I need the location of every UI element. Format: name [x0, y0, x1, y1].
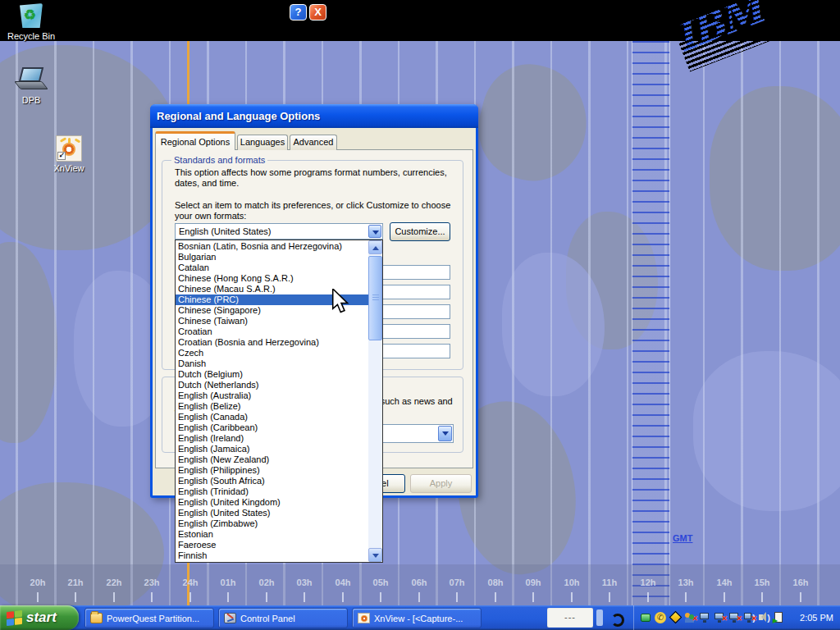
list-item[interactable]: Bosnian (Latin, Bosnia and Herzegovina)	[176, 241, 368, 252]
standards-desc-line1: This option affects how some programs fo…	[175, 167, 447, 177]
customize-button[interactable]: Customize...	[390, 222, 450, 241]
list-item[interactable]: Bulgarian	[176, 252, 368, 262]
standards-group-label: Standards and formats	[171, 155, 267, 165]
list-item[interactable]: English (Jamaica)	[176, 444, 368, 454]
list-item[interactable]: Estonian	[176, 529, 368, 540]
format-combobox[interactable]: English (United States)	[175, 223, 383, 240]
modem-phone-icon[interactable]: ✆	[654, 611, 667, 624]
time-label: 04h	[326, 578, 359, 587]
dropdown-scrollbar[interactable]	[368, 240, 382, 562]
time-label: 01h	[212, 578, 244, 587]
scrollbar-thumb[interactable]	[368, 256, 382, 340]
desktop-screen: GMT 20h 21h 22h 23h 24h 01h 02h 03h 04h …	[0, 0, 840, 630]
apply-button[interactable]: Apply	[410, 474, 472, 493]
taskbar-button-control-panel[interactable]: Control Panel	[218, 608, 348, 628]
close-button[interactable]: X	[309, 4, 326, 21]
time-label: 22h	[98, 578, 130, 587]
tab-regional-options[interactable]: Regional Options	[155, 131, 235, 150]
list-item[interactable]: English (South Africa)	[176, 476, 368, 486]
mouse-cursor	[331, 289, 349, 313]
desktop-icon-xnview[interactable]: XnView	[39, 135, 98, 173]
taskbar-button-powerquest[interactable]: PowerQuest Partition...	[84, 608, 214, 628]
pc-card-icon[interactable]	[639, 611, 652, 624]
list-item[interactable]: Croatian (Bosnia and Herzegovina)	[176, 337, 368, 348]
list-item[interactable]: Chinese (Hong Kong S.A.R.)	[176, 273, 368, 284]
control-panel-icon	[224, 613, 236, 623]
toolbar-grip[interactable]	[596, 609, 603, 626]
wireless-offline-icon[interactable]: ✕	[742, 611, 756, 624]
time-label: 15h	[746, 578, 778, 587]
capture-app-icon[interactable]	[772, 611, 785, 624]
xnview-icon	[55, 135, 83, 162]
gmt-meridian-band	[632, 41, 670, 605]
list-item[interactable]: Danish	[176, 358, 368, 369]
list-item[interactable]: Croatian	[176, 326, 368, 337]
desktop-icon-label: XnView	[39, 163, 98, 173]
offline-users-icon[interactable]: ✕	[683, 611, 696, 624]
antivirus-diamond-icon[interactable]	[669, 611, 682, 624]
tray-clock[interactable]: 2:05 PM	[800, 605, 833, 630]
list-item[interactable]: Faeroese	[176, 540, 368, 550]
time-label: 08h	[479, 578, 512, 587]
select-desc-line1: Select an item to match its preferences,…	[175, 200, 450, 210]
list-item[interactable]: Czech	[176, 348, 368, 358]
time-label: 06h	[403, 578, 436, 587]
chevron-down-icon[interactable]	[438, 426, 452, 441]
chevron-down-icon[interactable]	[368, 225, 381, 238]
laptop-icon	[17, 67, 45, 94]
list-item[interactable]: Dutch (Netherlands)	[176, 380, 368, 390]
dialog-titlebar[interactable]: Regional and Language Options	[150, 104, 478, 128]
list-item[interactable]: Catalan	[176, 262, 368, 273]
select-desc-line2: your own formats:	[175, 211, 246, 221]
scroll-up-icon[interactable]	[368, 240, 382, 254]
system-tray: ✆ ✕ ✕ ✕ ✕ 2:05 PM	[633, 605, 840, 630]
power-plug-icon	[609, 612, 621, 623]
start-label: start	[26, 609, 57, 626]
list-item[interactable]: English (Ireland)	[176, 433, 368, 444]
list-item[interactable]: English (United States)	[176, 508, 368, 518]
network-drive-offline-icon[interactable]: ✕	[728, 611, 741, 624]
desktop-icon-dpb[interactable]: DPB	[2, 67, 61, 105]
time-label: 09h	[517, 578, 550, 587]
folder-icon	[90, 613, 103, 623]
desktop-icon-label: Recycle Bin	[2, 31, 61, 41]
xnview-icon	[358, 613, 370, 623]
recycle-bin-icon	[17, 3, 45, 30]
time-label: 16h	[784, 578, 817, 587]
list-item[interactable]: English (Australia)	[176, 390, 368, 401]
list-item[interactable]: English (Caribbean)	[176, 422, 368, 433]
address-toolbar[interactable]: ---	[547, 608, 593, 628]
time-label: 07h	[441, 578, 473, 587]
dialog-title: Regional and Language Options	[157, 110, 320, 122]
desktop-icon-label: DPB	[2, 95, 61, 105]
tab-languages[interactable]: Languages	[237, 135, 288, 150]
list-item[interactable]: English (United Kingdom)	[176, 497, 368, 508]
network-computers-icon[interactable]	[698, 611, 711, 624]
removed-device-icon[interactable]: ✕	[713, 611, 726, 624]
list-item[interactable]: Chinese (Taiwan)	[176, 316, 368, 326]
scroll-down-icon[interactable]	[368, 548, 382, 562]
list-item[interactable]: Finnish	[176, 550, 368, 561]
time-label: 11h	[593, 578, 626, 587]
desktop-icon-recycle-bin[interactable]: Recycle Bin	[2, 3, 61, 41]
time-label: 21h	[59, 578, 92, 587]
list-item[interactable]: English (New Zealand)	[176, 454, 368, 465]
tab-advanced[interactable]: Advanced	[290, 135, 337, 150]
list-item[interactable]: English (Belize)	[176, 401, 368, 412]
list-item[interactable]: English (Philippines)	[176, 465, 368, 476]
taskbar-button-label: XnView - [<Capture-...	[374, 614, 463, 623]
taskbar-button-xnview[interactable]: XnView - [<Capture-...	[352, 608, 482, 628]
time-label: 23h	[135, 578, 168, 587]
format-combobox-value: English (United States)	[179, 226, 272, 236]
taskbar: start PowerQuest Partition... Control Pa…	[0, 605, 840, 630]
list-item[interactable]: English (Zimbabwe)	[176, 518, 368, 529]
help-button[interactable]: ?	[290, 4, 307, 21]
time-label: 13h	[669, 578, 702, 587]
list-item[interactable]: Dutch (Belgium)	[176, 369, 368, 380]
list-item[interactable]: English (Trinidad)	[176, 486, 368, 497]
taskbar-button-label: Control Panel	[240, 614, 295, 623]
start-button[interactable]: start	[0, 605, 79, 630]
volume-icon[interactable]	[757, 611, 770, 624]
standards-desc-line2: dates, and time.	[175, 178, 239, 188]
list-item[interactable]: English (Canada)	[176, 412, 368, 422]
